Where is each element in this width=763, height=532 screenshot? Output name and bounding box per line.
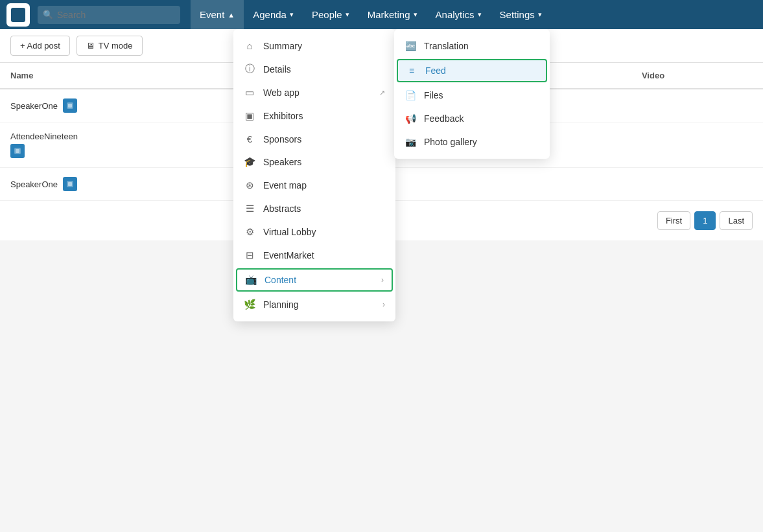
files-icon: 📄 — [405, 90, 416, 100]
analytics-chevron-icon: ▾ — [478, 10, 482, 19]
dropdown-item-abstracts[interactable]: ☰ Abstracts — [233, 197, 395, 220]
row3-name-cell: SpeakerOne — [0, 168, 266, 201]
submenu-item-feedback[interactable]: 📢 Feedback — [394, 107, 550, 130]
content-submenu: 🔤 Translation ≡ Feed 📄 Files 📢 Feedback … — [394, 29, 550, 159]
row1-name-cell: SpeakerOne — [0, 89, 266, 122]
top-navigation: 🔍 Event ▲ Agenda ▾ People ▾ Marketing ▾ … — [0, 0, 763, 29]
submenu-item-feed[interactable]: ≡ Feed — [397, 59, 547, 82]
logo — [6, 3, 30, 27]
svg-rect-5 — [68, 182, 72, 186]
photogallery-icon: 📷 — [405, 137, 416, 147]
nav-agenda-label: Agenda — [253, 9, 287, 20]
row3-username: SpeakerOne — [10, 179, 58, 189]
external-link-icon: ↗ — [379, 89, 385, 97]
dropdown-item-webapp[interactable]: ▭ Web app ↗ — [233, 81, 395, 104]
nav-item-settings[interactable]: Settings ▾ — [491, 0, 551, 29]
nav-marketing-label: Marketing — [368, 9, 410, 20]
row2-badge — [10, 144, 25, 158]
nav-people-label: People — [312, 9, 342, 20]
page-1-button[interactable]: 1 — [694, 211, 716, 230]
settings-chevron-icon: ▾ — [538, 10, 542, 19]
submenu-item-files[interactable]: 📄 Files — [394, 84, 550, 107]
exhibitors-label: Exhibitors — [263, 111, 303, 121]
row2-username: AttendeeNineteen — [10, 132, 78, 141]
last-page-button[interactable]: Last — [720, 211, 753, 230]
virtuallobby-icon: ⚙ — [244, 226, 255, 238]
row3-badge — [63, 177, 77, 191]
dropdown-item-exhibitors[interactable]: ▣ Exhibitors — [233, 104, 395, 128]
nav-analytics-label: Analytics — [436, 9, 475, 20]
nav-item-people[interactable]: People ▾ — [303, 0, 358, 29]
translation-label: Translation — [424, 41, 469, 51]
first-page-button[interactable]: First — [657, 211, 690, 230]
dropdown-item-eventmap[interactable]: ⊛ Event map — [233, 174, 395, 197]
dropdown-item-sponsors[interactable]: € Sponsors — [233, 128, 395, 150]
agenda-chevron-icon: ▾ — [290, 10, 294, 19]
nav-item-marketing[interactable]: Marketing ▾ — [358, 0, 427, 29]
search-wrapper: 🔍 — [38, 6, 180, 24]
nav-item-analytics[interactable]: Analytics ▾ — [427, 0, 491, 29]
feedback-label: Feedback — [424, 113, 464, 124]
nav-settings-label: Settings — [500, 9, 535, 20]
summary-label: Summary — [263, 41, 302, 51]
event-chevron-icon: ▲ — [228, 11, 235, 19]
row1-badge — [63, 98, 77, 113]
nav-item-event[interactable]: Event ▲ — [191, 0, 244, 29]
nav-event-label: Event — [200, 9, 224, 20]
speakers-label: Speakers — [263, 157, 301, 167]
map-icon: ⊛ — [244, 179, 255, 191]
add-post-button[interactable]: + Add post — [10, 36, 70, 56]
add-post-label: + Add post — [20, 41, 60, 51]
dropdown-item-speakers[interactable]: 🎓 Speakers — [233, 150, 395, 174]
search-input[interactable] — [38, 6, 180, 24]
monitor-icon: 🖥 — [86, 41, 95, 51]
webapp-label: Web app — [263, 87, 299, 98]
abstracts-label: Abstracts — [263, 203, 301, 214]
feedback-icon: 📢 — [405, 113, 416, 124]
eventmap-label: Event map — [263, 180, 307, 191]
row3-video-cell — [631, 168, 763, 201]
feed-label: Feed — [425, 65, 446, 76]
speakers-icon: 🎓 — [244, 156, 255, 168]
dropdown-item-virtuallobby[interactable]: ⚙ Virtual Lobby — [233, 220, 395, 240]
nav-items: Event ▲ Agenda ▾ People ▾ Marketing ▾ An… — [191, 0, 551, 29]
col-name: Name — [0, 63, 266, 89]
row3-photo-cell — [497, 168, 631, 201]
webapp-icon: ▭ — [244, 87, 255, 98]
row2-video-cell — [631, 122, 763, 168]
sponsors-icon: € — [244, 133, 255, 145]
submenu-item-translation[interactable]: 🔤 Translation — [394, 34, 550, 58]
event-dropdown: ⌂ Summary ⓘ Details ▭ Web app ↗ ▣ Exhibi… — [233, 29, 395, 240]
dropdown-item-details[interactable]: ⓘ Details — [233, 57, 395, 81]
people-chevron-icon: ▾ — [346, 10, 349, 19]
tv-mode-button[interactable]: 🖥 TV mode — [76, 36, 143, 56]
svg-rect-3 — [16, 149, 19, 153]
row1-username: SpeakerOne — [10, 101, 58, 111]
col-video: Video — [631, 63, 763, 89]
nav-item-agenda[interactable]: Agenda ▾ — [244, 0, 303, 29]
translation-icon: 🔤 — [405, 41, 416, 51]
tv-mode-label: TV mode — [99, 41, 133, 51]
exhibitors-icon: ▣ — [244, 110, 255, 122]
sponsors-label: Sponsors — [263, 134, 301, 145]
feed-icon: ≡ — [406, 65, 417, 76]
row1-video-cell — [631, 89, 763, 122]
virtuallobby-label: Virtual Lobby — [263, 227, 316, 237]
home-icon: ⌂ — [244, 40, 255, 51]
details-label: Details — [263, 64, 291, 75]
abstracts-icon: ☰ — [244, 203, 255, 214]
dropdown-item-summary[interactable]: ⌂ Summary — [233, 34, 395, 57]
submenu-item-photogallery[interactable]: 📷 Photo gallery — [394, 130, 550, 154]
info-icon: ⓘ — [244, 63, 255, 75]
marketing-chevron-icon: ▾ — [414, 10, 417, 19]
svg-rect-1 — [68, 104, 72, 108]
files-label: Files — [424, 90, 443, 100]
row2-name-cell: AttendeeNineteen — [0, 122, 266, 168]
photogallery-label: Photo gallery — [424, 137, 477, 147]
